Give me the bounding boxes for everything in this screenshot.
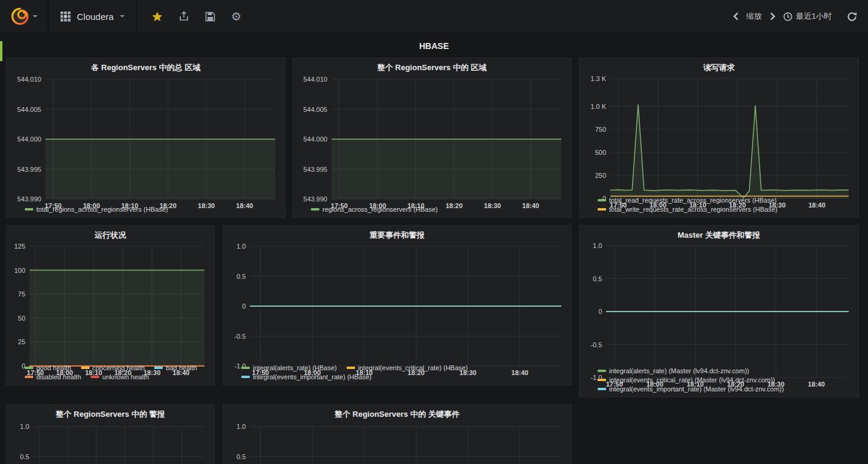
svg-text:0: 0 xyxy=(598,308,602,315)
chart-area[interactable]: .xt{fill:#d0d0d0;font:700 11px "Liberati… xyxy=(226,422,569,464)
chart-area[interactable]: .xt{fill:#d0d0d0;font:700 11px "Liberati… xyxy=(582,74,856,195)
legend-item[interactable]: bad health xyxy=(154,364,197,371)
legend-series-label: concerning health xyxy=(93,364,145,371)
panel-title[interactable]: 重要事件和警报 xyxy=(223,226,571,241)
chart-area[interactable]: .xt{fill:#d0d0d0;font:700 11px "Liberati… xyxy=(9,422,212,464)
time-range-label: 最近1小时 xyxy=(796,11,832,22)
clock-icon xyxy=(783,12,792,21)
panel-title[interactable]: 各 RegionServers 中的总 区域 xyxy=(7,58,285,74)
navbar: Cloudera ⚙ xyxy=(0,0,868,33)
panel-title[interactable]: 读写请求 xyxy=(579,58,858,74)
svg-text:543.995: 543.995 xyxy=(17,165,41,172)
share-button[interactable] xyxy=(178,11,189,22)
time-controls: 缩放 最近1小时 xyxy=(733,11,868,22)
legend: good healthconcerning healthbad healthdi… xyxy=(7,363,214,385)
legend-series-swatch xyxy=(598,199,606,201)
legend-item[interactable]: total_read_requests_rate_across_regionse… xyxy=(598,197,777,204)
legend-series-label: integral(events_critical_rate) (HBase) xyxy=(358,364,468,371)
legend-item[interactable]: disabled health xyxy=(25,373,81,381)
chart-area[interactable]: .xt{fill:#d0d0d0;font:700 11px "Liberati… xyxy=(9,241,212,363)
legend-item[interactable]: integral(events_important_rate) (HBase) xyxy=(241,373,371,381)
time-shift-left-button[interactable] xyxy=(733,12,739,21)
chart-svg: .xt{fill:#d0d0d0;font:700 11px "Liberati… xyxy=(295,74,569,211)
chart-area[interactable]: .xt{fill:#d0d0d0;font:700 11px "Liberati… xyxy=(582,241,856,366)
chart-svg: .xt{fill:#d0d0d0;font:700 11px "Liberati… xyxy=(9,74,282,211)
gear-icon: ⚙ xyxy=(231,11,241,22)
legend-series-label: total_read_requests_rate_across_regionse… xyxy=(609,197,777,204)
chevron-right-icon xyxy=(770,12,775,21)
svg-text:1.0: 1.0 xyxy=(237,423,246,430)
grafana-main-menu[interactable] xyxy=(0,0,48,33)
panel-title[interactable]: 整个 RegionServers 中的 区域 xyxy=(293,58,571,74)
star-icon xyxy=(152,11,163,22)
panel-read-write-requests: 读写请求 .xt{fill:#d0d0d0;font:700 11px "Lib… xyxy=(579,57,859,218)
svg-text:1.0: 1.0 xyxy=(593,242,602,249)
legend-item[interactable]: integral(alerts_rate) (HBase) xyxy=(241,364,337,371)
chart-area[interactable]: .xt{fill:#d0d0d0;font:700 11px "Liberati… xyxy=(295,74,569,204)
legend-series-label: total_regions_across_regionservers (HBas… xyxy=(36,206,168,213)
panel-title[interactable]: 整个 RegionServers 中的 警报 xyxy=(7,405,214,422)
save-icon xyxy=(205,11,215,22)
chart-svg: .xt{fill:#d0d0d0;font:700 11px "Liberati… xyxy=(9,422,212,464)
time-range-picker[interactable]: 最近1小时 xyxy=(783,11,832,22)
svg-text:1.0 K: 1.0 K xyxy=(590,102,606,109)
legend-series-label: total_write_requests_rate_across_regions… xyxy=(609,206,777,213)
panel-regions-across: 整个 RegionServers 中的 区域 .xt{fill:#d0d0d0;… xyxy=(292,57,572,218)
refresh-icon xyxy=(847,11,857,22)
settings-button[interactable]: ⚙ xyxy=(231,11,241,22)
legend-item[interactable]: regions_across_regionservers (HBase) xyxy=(311,206,438,213)
legend-item[interactable]: total_regions_across_regionservers (HBas… xyxy=(25,206,168,213)
star-button[interactable] xyxy=(152,11,163,22)
legend-item[interactable]: unknown health xyxy=(91,373,149,381)
legend-series-label: integral(events_important_rate) (HBase) xyxy=(253,373,371,381)
time-shift-right-button[interactable] xyxy=(770,12,775,21)
save-button[interactable] xyxy=(205,11,215,22)
legend-item[interactable]: integral(events_critical_rate) (Master (… xyxy=(598,376,775,384)
chevron-left-icon xyxy=(733,12,739,21)
legend-series-label: integral(alerts_rate) (HBase) xyxy=(253,364,337,371)
chart-area[interactable]: .xt{fill:#d0d0d0;font:700 11px "Liberati… xyxy=(9,74,282,204)
grafana-logo-icon xyxy=(11,7,29,25)
svg-text:543.990: 543.990 xyxy=(17,195,41,203)
panel-title[interactable]: Master 关键事件和警报 xyxy=(579,226,858,241)
legend: integral(alerts_rate) (HBase)integral(ev… xyxy=(223,363,571,385)
svg-text:543.990: 543.990 xyxy=(303,195,327,203)
share-icon xyxy=(178,11,189,22)
panel-master-critical-events-alerts: Master 关键事件和警报 .xt{fill:#d0d0d0;font:700… xyxy=(579,225,859,397)
chevron-down-icon xyxy=(120,15,125,18)
svg-text:544.010: 544.010 xyxy=(303,76,327,83)
svg-text:750: 750 xyxy=(595,126,606,133)
chart-area[interactable]: .xt{fill:#d0d0d0;font:700 11px "Liberati… xyxy=(226,241,569,363)
legend-series-label: integral(events_critical_rate) (Master (… xyxy=(609,376,775,384)
legend-series-label: disabled health xyxy=(36,373,81,381)
legend-item[interactable]: concerning health xyxy=(81,364,145,371)
chart-svg: .xt{fill:#d0d0d0;font:700 11px "Liberati… xyxy=(9,241,212,378)
legend-series-swatch xyxy=(311,208,319,211)
legend-series-label: bad health xyxy=(166,364,197,371)
svg-text:125: 125 xyxy=(14,243,25,250)
dashboard-picker[interactable]: Cloudera xyxy=(48,0,137,33)
zoom-out-button[interactable]: 缩放 xyxy=(746,11,762,22)
row-title[interactable]: HBASE xyxy=(0,41,868,51)
svg-text:544.005: 544.005 xyxy=(17,105,41,113)
svg-text:25: 25 xyxy=(18,338,25,345)
svg-text:0.5: 0.5 xyxy=(20,453,29,460)
refresh-button[interactable] xyxy=(847,11,857,22)
svg-text:544.010: 544.010 xyxy=(17,76,41,83)
legend: integral(alerts_rate) (Master (lv94.dct-… xyxy=(579,366,858,397)
svg-text:-0.5: -0.5 xyxy=(590,341,602,348)
legend-item[interactable]: integral(events_critical_rate) (HBase) xyxy=(347,364,468,371)
svg-text:544.005: 544.005 xyxy=(303,105,327,113)
legend-series-swatch xyxy=(598,379,606,381)
dashboard-name: Cloudera xyxy=(77,11,114,22)
chart-svg: .xt{fill:#d0d0d0;font:700 11px "Liberati… xyxy=(226,241,569,378)
legend-item[interactable]: integral(events_important_rate) (Master … xyxy=(598,385,784,393)
legend-item[interactable]: total_write_requests_rate_across_regions… xyxy=(598,206,777,213)
legend-item[interactable]: integral(alerts_rate) (Master (lv94.dct-… xyxy=(598,367,749,374)
panel-title[interactable]: 整个 RegionServers 中的 关键事件 xyxy=(223,405,571,422)
legend-series-swatch xyxy=(25,376,33,378)
panel-title[interactable]: 运行状况 xyxy=(7,226,214,241)
legend-item[interactable]: good health xyxy=(25,364,71,371)
svg-text:544.000: 544.000 xyxy=(303,136,327,143)
panel-regionservers-critical-events: 整个 RegionServers 中的 关键事件 .xt{fill:#d0d0d… xyxy=(223,404,572,464)
